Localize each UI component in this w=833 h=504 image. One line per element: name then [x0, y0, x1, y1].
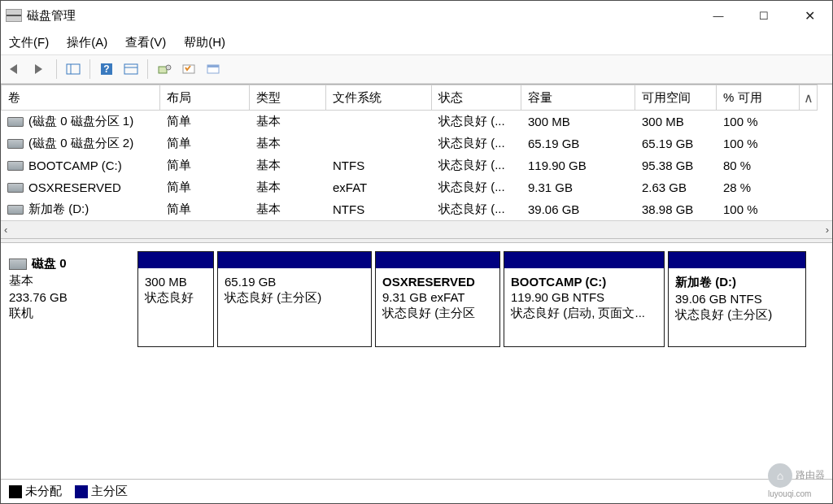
col-type[interactable]: 类型 — [250, 85, 326, 111]
disk-size: 233.76 GB — [9, 290, 133, 304]
svg-rect-8 — [159, 67, 167, 73]
disk-type: 基本 — [9, 273, 133, 289]
col-volume[interactable]: 卷 — [1, 85, 160, 111]
svg-rect-6 — [124, 64, 137, 74]
svg-marker-1 — [35, 64, 42, 74]
table-row[interactable]: (磁盘 0 磁盘分区 1)简单基本状态良好 (...300 MB300 MB10… — [1, 111, 832, 133]
volume-list: 卷 布局 类型 文件系统 状态 容量 可用空间 % 可用 ∧ (磁盘 0 磁盘分… — [1, 84, 832, 238]
volume-icon — [7, 183, 24, 193]
svg-rect-12 — [207, 65, 219, 67]
menu-bar: 文件(F) 操作(A) 查看(V) 帮助(H) — [1, 30, 832, 54]
menu-action[interactable]: 操作(A) — [67, 35, 107, 50]
title-bar: 磁盘管理 — ☐ ✕ — [1, 1, 832, 30]
minimize-button[interactable]: — — [696, 1, 741, 30]
partition[interactable]: OSXRESERVED9.31 GB exFAT状态良好 (主分区 — [375, 251, 500, 347]
volume-icon — [7, 205, 24, 215]
refresh-button[interactable] — [153, 58, 176, 80]
window: { "window": { "title": "磁盘管理" }, "menus"… — [0, 0, 833, 504]
disk-map: 磁盘 0 基本 233.76 GB 联机 300 MB状态良好65.19 GB状… — [1, 243, 832, 347]
menu-file[interactable]: 文件(F) — [9, 35, 49, 50]
partition[interactable]: 65.19 GB状态良好 (主分区) — [217, 251, 372, 347]
legend-unallocated: 未分配 — [9, 484, 62, 499]
details-button[interactable] — [120, 58, 142, 80]
col-capacity[interactable]: 容量 — [521, 85, 635, 111]
col-pct[interactable]: % 可用 — [717, 85, 800, 111]
close-button[interactable]: ✕ — [787, 1, 832, 30]
partition[interactable]: 300 MB状态良好 — [137, 251, 214, 347]
menu-view[interactable]: 查看(V) — [125, 35, 166, 50]
partition[interactable]: 新加卷 (D:)39.06 GB NTFS状态良好 (主分区) — [668, 251, 806, 347]
volume-icon — [7, 139, 24, 149]
help-button[interactable]: ? — [95, 58, 118, 80]
window-title: 磁盘管理 — [27, 8, 76, 24]
svg-rect-2 — [67, 64, 80, 74]
volume-icon — [7, 161, 24, 171]
menu-help[interactable]: 帮助(H) — [184, 35, 225, 50]
back-button[interactable] — [4, 58, 27, 80]
maximize-button[interactable]: ☐ — [741, 1, 787, 30]
app-icon — [6, 9, 22, 22]
disk-status: 联机 — [9, 306, 133, 321]
volume-icon — [7, 117, 24, 127]
table-row[interactable]: BOOTCAMP (C:)简单基本NTFS状态良好 (...119.90 GB9… — [1, 154, 832, 176]
disk-icon — [9, 259, 27, 270]
properties-button[interactable] — [202, 58, 225, 80]
svg-marker-0 — [10, 64, 17, 74]
toolbar: ? — [1, 54, 832, 84]
disk-info[interactable]: 磁盘 0 基本 233.76 GB 联机 — [9, 251, 134, 323]
col-status[interactable]: 状态 — [432, 85, 521, 111]
col-free[interactable]: 可用空间 — [635, 85, 717, 111]
forward-button[interactable] — [28, 58, 51, 80]
h-scrollbar[interactable]: ‹› — [1, 220, 832, 238]
partition[interactable]: BOOTCAMP (C:)119.90 GB NTFS状态良好 (启动, 页面文… — [504, 251, 665, 347]
list-button[interactable] — [177, 58, 200, 80]
table-row[interactable]: (磁盘 0 磁盘分区 2)简单基本状态良好 (...65.19 GB65.19 … — [1, 133, 832, 154]
col-fs[interactable]: 文件系统 — [326, 85, 432, 111]
scroll-up-button[interactable]: ∧ — [800, 85, 818, 111]
legend-primary: 主分区 — [75, 484, 128, 499]
table-row[interactable]: OSXRESERVED简单基本exFAT状态良好 (...9.31 GB2.63… — [1, 176, 832, 198]
svg-text:?: ? — [103, 63, 109, 75]
column-headers: 卷 布局 类型 文件系统 状态 容量 可用空间 % 可用 ∧ — [1, 85, 832, 111]
show-hide-button[interactable] — [62, 58, 85, 80]
legend: 未分配 主分区 — [1, 479, 832, 503]
volume-rows: (磁盘 0 磁盘分区 1)简单基本状态良好 (...300 MB300 MB10… — [1, 111, 832, 220]
table-row[interactable]: 新加卷 (D:)简单基本NTFS状态良好 (...39.06 GB38.98 G… — [1, 198, 832, 220]
svg-point-9 — [166, 65, 171, 70]
col-layout[interactable]: 布局 — [160, 85, 250, 111]
